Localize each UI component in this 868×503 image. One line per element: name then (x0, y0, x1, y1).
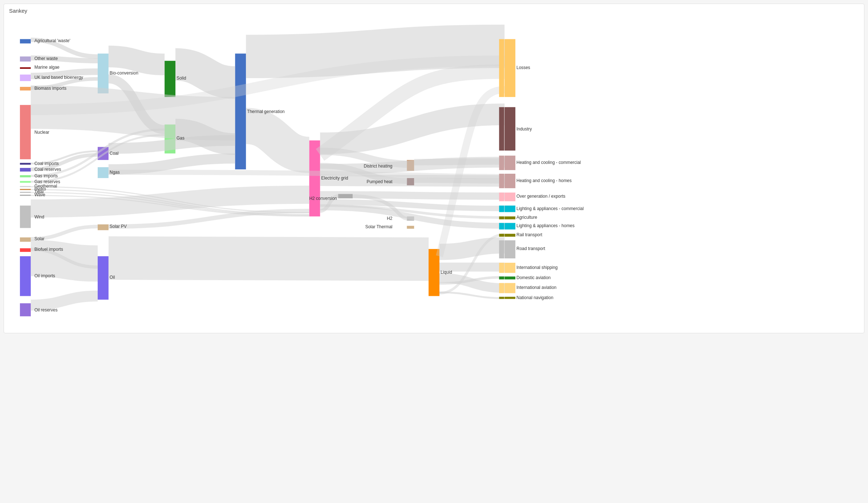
flow-oil-liquid (109, 258, 429, 259)
sankey-svg: Agricultural 'waste' Other waste Marine … (9, 17, 859, 329)
swatch-intlship (499, 263, 504, 273)
label-coal-node: Coal (110, 151, 119, 156)
node-biomass-imports (20, 87, 31, 90)
flow-liquid-nav (439, 293, 504, 298)
node-thermal-gen (235, 53, 246, 169)
label-solar: Solar (35, 236, 45, 241)
node-rail (504, 234, 515, 237)
node-bio-conversion (98, 53, 109, 93)
node-domestic-aviation (504, 277, 515, 279)
label-biofuel-imports: Biofuel imports (35, 247, 63, 252)
node-biofuel-imports (20, 248, 31, 252)
node-gas-imports (20, 175, 31, 177)
node-tidal (20, 192, 31, 193)
flow-pumped-homes (414, 180, 504, 181)
label-heating-homes: Heating and cooling - homes (516, 178, 572, 183)
flow-liquid-road (439, 245, 504, 252)
label-pumped-heat: Pumped heat (366, 179, 393, 184)
node-oil-imports (20, 256, 31, 296)
node-uk-land (20, 75, 31, 81)
node-intl-aviation (504, 283, 515, 293)
label-wind: Wind (35, 214, 44, 220)
label-other-waste: Other waste (35, 56, 58, 61)
label-liquid: Liquid (441, 270, 452, 275)
node-oil (98, 256, 109, 299)
node-solar-pv (98, 224, 109, 230)
label-lighting-homes: Lighting & appliances - homes (516, 223, 575, 228)
chart-area: Agricultural 'waste' Other waste Marine … (9, 17, 859, 329)
node-solid (165, 61, 175, 97)
swatch-light-homes (499, 223, 504, 229)
node-road (504, 240, 515, 258)
label-solar-pv: Solar PV (110, 224, 127, 229)
flow-bio-solid (109, 56, 165, 64)
node-nuclear (20, 105, 31, 159)
label-wave: Wave (35, 192, 45, 197)
label-solid: Solid (177, 76, 186, 81)
label-gas-imports: Gas imports (35, 173, 58, 178)
label-lighting-commercial: Lighting & appliances - commercial (516, 206, 584, 211)
node-geothermal (20, 186, 31, 187)
swatch-rail (499, 234, 504, 237)
label-dom-aviation: Domestic aviation (516, 275, 551, 280)
flow-thermal-losses (246, 46, 504, 56)
node-over-gen (504, 193, 515, 201)
swatch-losses (499, 39, 504, 97)
label-over-gen: Over generation / exports (516, 194, 565, 199)
swatch-agri (499, 216, 504, 219)
node-national-nav (504, 297, 515, 299)
label-biomass-imports: Biomass imports (35, 86, 66, 91)
label-solar-thermal: Solar Thermal (365, 224, 393, 229)
label-uk-land: UK land based bioenergy (35, 75, 83, 80)
node-solar-thermal (407, 226, 414, 229)
node-oil-reserves (20, 303, 31, 316)
label-coal-reserves: Coal reserves (35, 167, 61, 172)
flow-elec-overgen (320, 195, 504, 196)
label-gas-node: Gas (177, 136, 184, 141)
label-agriculture: Agriculture (516, 215, 537, 220)
flow-ngas-thermal (109, 158, 235, 169)
flow-thermal-elec (246, 126, 309, 155)
node-losses (504, 39, 515, 97)
label-oil-node: Oil (110, 275, 115, 280)
label-coal-imports: Coal imports (35, 161, 59, 166)
node-agricultural-waste (20, 39, 31, 44)
node-ngas (98, 167, 109, 178)
label-industry: Industry (516, 126, 532, 132)
swatch-nav (499, 297, 504, 299)
label-electricity-grid: Electricity grid (321, 176, 348, 181)
node-industry (504, 107, 515, 150)
node-heating-commercial (504, 156, 515, 170)
swatch-road (499, 240, 504, 258)
node-wave (20, 195, 31, 196)
label-nuclear: Nuclear (35, 130, 49, 135)
node-lighting-homes (504, 223, 515, 229)
label-marine-algae: Marine algae (35, 65, 60, 70)
node-other-waste (20, 56, 31, 61)
swatch-heat-homes (499, 174, 504, 188)
node-wind (20, 206, 31, 228)
label-intl-shipping: International shipping (516, 265, 558, 270)
swatch-heat-comm (499, 156, 504, 170)
node-lighting-commercial (504, 206, 515, 212)
label-road: Road transport (516, 246, 545, 251)
label-bio-conversion: Bio-conversion (110, 71, 138, 76)
label-rail: Rail transport (516, 232, 543, 237)
label-district-heating: District heating (364, 164, 393, 169)
label-thermal-gen: Thermal generation (247, 109, 285, 114)
label-oil-reserves: Oil reserves (35, 307, 58, 313)
flow-elec-dist (320, 151, 407, 164)
swatch-intlavia (499, 283, 504, 293)
label-oil-imports: Oil imports (35, 273, 55, 278)
label-h2-conversion: H2 conversion (309, 196, 337, 201)
flow-ngas-heathomes (109, 172, 504, 177)
label-h2-node: H2 (387, 216, 393, 221)
label-ngas-node: Ngas (110, 170, 120, 175)
chart-title: Sankey (9, 8, 859, 14)
label-agricultural-waste: Agricultural 'waste' (35, 38, 70, 43)
swatch-light-comm (499, 206, 504, 212)
node-solar (20, 237, 31, 242)
flow-dist-heating (414, 161, 504, 162)
swatch-overgen (499, 193, 504, 201)
node-intl-shipping (504, 263, 515, 273)
